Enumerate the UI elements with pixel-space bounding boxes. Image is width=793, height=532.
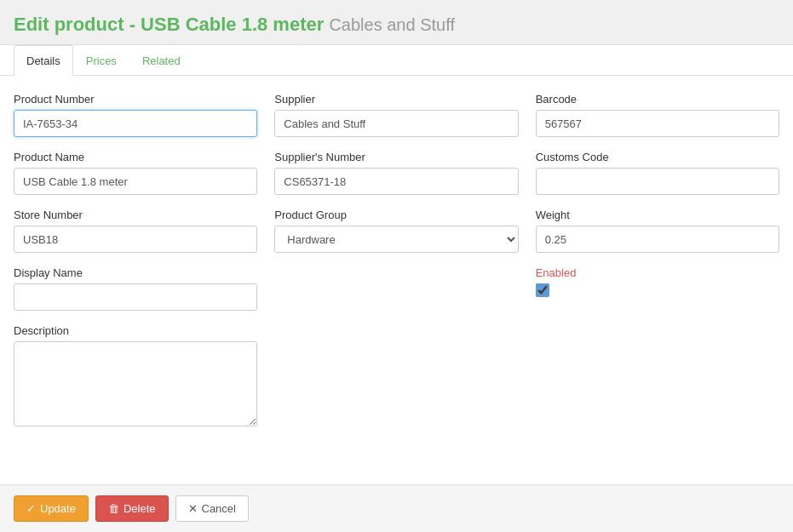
input-suppliers-number[interactable] [274, 168, 518, 195]
page-wrapper: Edit product - USB Cable 1.8 meter Cable… [0, 0, 793, 532]
label-product-group: Product Group [274, 209, 518, 221]
cancel-label: Cancel [202, 502, 236, 515]
label-supplier: Supplier [274, 93, 518, 106]
input-store-number[interactable] [14, 226, 257, 253]
input-weight[interactable] [536, 226, 779, 253]
tab-details[interactable]: Details [14, 45, 73, 76]
update-label: Update [40, 502, 76, 515]
checkbox-enabled[interactable] [536, 283, 549, 297]
input-product-name[interactable] [14, 168, 257, 195]
page-title-suffix: Cables and Stuff [329, 15, 455, 34]
tab-prices[interactable]: Prices [73, 45, 129, 76]
label-weight: Weight [536, 209, 779, 221]
form-group-suppliers-number: Supplier's Number [274, 151, 518, 195]
page-title-main: Edit product - USB Cable 1.8 meter [14, 14, 324, 35]
label-customs-code: Customs Code [536, 151, 779, 163]
delete-label: Delete [124, 502, 156, 515]
input-product-number[interactable] [14, 110, 257, 137]
label-enabled: Enabled [536, 266, 779, 279]
delete-button[interactable]: 🗑 Delete [95, 495, 169, 522]
form-group-supplier: Supplier [274, 93, 518, 137]
label-suppliers-number: Supplier's Number [274, 151, 518, 163]
form-group-product-name: Product Name [14, 151, 257, 195]
form-group-store-number: Store Number [14, 209, 257, 253]
update-icon: ✓ [26, 502, 36, 515]
update-button[interactable]: ✓ Update [14, 495, 89, 522]
select-product-group[interactable]: Hardware Software Accessories [274, 226, 518, 253]
cancel-button[interactable]: ✕ Cancel [175, 495, 249, 522]
textarea-description[interactable] [14, 341, 257, 426]
form-group-barcode: Barcode [536, 93, 779, 137]
form-group-weight: Weight [536, 209, 779, 253]
page-header: Edit product - USB Cable 1.8 meter Cable… [0, 0, 793, 45]
input-display-name[interactable] [14, 283, 257, 311]
input-customs-code[interactable] [536, 168, 779, 195]
form-group-enabled: Enabled [536, 266, 779, 311]
footer-bar: ✓ Update 🗑 Delete ✕ Cancel [0, 484, 793, 532]
tab-related[interactable]: Related [129, 45, 193, 76]
label-barcode: Barcode [536, 93, 779, 106]
input-barcode[interactable] [536, 110, 779, 137]
enabled-checkbox-wrapper [536, 283, 779, 297]
page-title: Edit product - USB Cable 1.8 meter Cable… [14, 14, 779, 36]
label-display-name: Display Name [14, 266, 257, 279]
form-group-display-name: Display Name [14, 266, 257, 311]
label-product-number: Product Number [14, 93, 257, 106]
form-group-description: Description [14, 324, 257, 429]
label-product-name: Product Name [14, 151, 257, 163]
tabs-bar: Details Prices Related [0, 45, 793, 76]
form-group-product-group: Product Group Hardware Software Accessor… [274, 209, 518, 253]
input-supplier[interactable] [274, 110, 518, 137]
label-store-number: Store Number [14, 209, 257, 221]
form-group-empty [274, 266, 518, 311]
main-content: Product Number Supplier Barcode Product … [0, 76, 793, 484]
delete-icon: 🗑 [108, 502, 119, 515]
cancel-icon: ✕ [188, 502, 198, 515]
form-grid: Product Number Supplier Barcode Product … [14, 93, 779, 443]
label-description: Description [14, 324, 257, 337]
form-group-product-number: Product Number [14, 93, 257, 137]
form-group-customs-code: Customs Code [536, 151, 779, 195]
